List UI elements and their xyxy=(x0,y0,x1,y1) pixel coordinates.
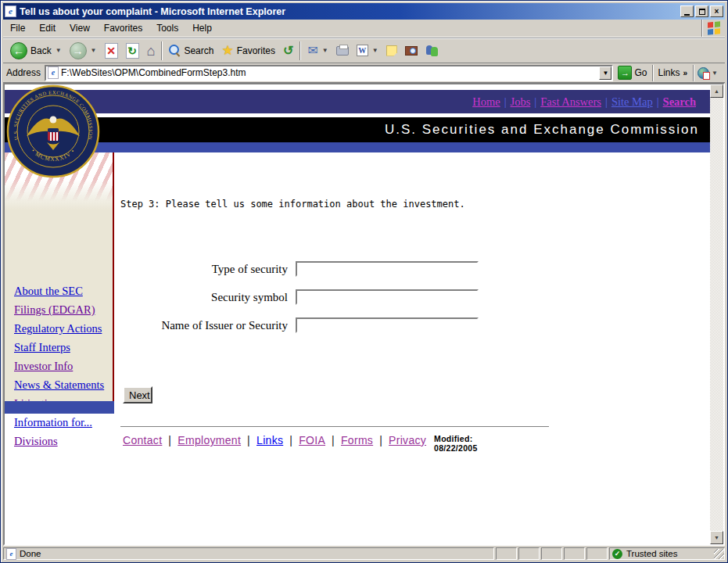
status-pane xyxy=(586,547,608,560)
back-icon: ← xyxy=(10,42,27,59)
vertical-scrollbar[interactable]: ▲ ▼ xyxy=(710,84,723,544)
menu-bar: File Edit View Favorites Tools Help xyxy=(3,20,725,38)
notes-button[interactable] xyxy=(382,44,401,58)
maximize-button[interactable] xyxy=(695,5,708,17)
next-button[interactable]: Next xyxy=(123,386,152,403)
links-toolbar[interactable]: Links » xyxy=(652,65,694,81)
mail-dropdown-icon[interactable]: ▼ xyxy=(322,47,328,54)
history-icon: ↺ xyxy=(283,45,293,57)
scroll-up-icon[interactable]: ▲ xyxy=(710,84,723,98)
browser-window: e Tell us about your complaint - Microso… xyxy=(0,0,728,563)
footer-link-privacy[interactable]: Privacy xyxy=(389,434,426,446)
resize-grip[interactable] xyxy=(714,549,724,559)
close-button[interactable]: × xyxy=(710,5,723,17)
addon-button[interactable]: ▼ xyxy=(693,65,722,81)
go-button[interactable]: → Go xyxy=(613,66,651,80)
footer-separator: | xyxy=(379,434,382,446)
sidebar-item-information-for[interactable]: Information for... xyxy=(14,417,104,429)
nav-link-fast-answers[interactable]: Fast Answers xyxy=(540,95,601,109)
status-pane xyxy=(564,547,585,560)
toolbar-separator xyxy=(299,41,301,60)
refresh-icon: ↻ xyxy=(126,43,139,59)
menu-view[interactable]: View xyxy=(63,20,97,36)
minimize-button[interactable] xyxy=(680,5,694,17)
messenger-button[interactable] xyxy=(421,44,443,58)
search-icon xyxy=(169,45,181,56)
research-button[interactable] xyxy=(401,45,421,57)
status-pane xyxy=(518,547,540,560)
refresh-button[interactable]: ↻ xyxy=(122,41,143,60)
menu-favorites[interactable]: Favorites xyxy=(97,20,149,36)
toolbar-separator xyxy=(161,41,163,60)
sidebar-item-investor-info[interactable]: Investor Info xyxy=(14,360,104,372)
footer-separator: | xyxy=(168,434,171,446)
history-button[interactable]: ↺ xyxy=(279,43,297,59)
sidebar-item-about[interactable]: About the SEC xyxy=(14,285,104,297)
site-banner: U.S. Securities and Exchange Commission xyxy=(5,117,710,142)
menu-edit[interactable]: Edit xyxy=(32,20,63,36)
nav-link-search[interactable]: Search xyxy=(663,95,696,109)
site-title: U.S. Securities and Exchange Commission xyxy=(385,122,699,138)
sidebar-item-news-statements[interactable]: News & Statements xyxy=(14,379,104,391)
sidebar-item-filings[interactable]: Filings (EDGAR) xyxy=(14,304,104,316)
status-pane xyxy=(496,547,517,560)
trusted-check-icon: ✓ xyxy=(612,549,622,559)
search-button[interactable]: Search xyxy=(165,43,217,58)
print-button[interactable] xyxy=(332,45,353,57)
sidebar-item-regulatory-actions[interactable]: Regulatory Actions xyxy=(14,323,104,335)
forward-dropdown-icon[interactable]: ▼ xyxy=(91,47,97,54)
favorites-button[interactable]: ★ Favorites xyxy=(217,42,279,59)
address-bar: Address e ▼ → Go Links » ▼ xyxy=(3,63,725,83)
status-message-pane: e Done xyxy=(3,547,494,560)
back-button[interactable]: ← Back ▼ xyxy=(6,41,66,61)
footer-link-foia[interactable]: FOIA xyxy=(299,434,325,446)
scrollbar-track[interactable] xyxy=(710,98,723,531)
security-symbol-input[interactable] xyxy=(296,289,479,305)
footer-separator: | xyxy=(289,434,292,446)
nav-link-site-map[interactable]: Site Map xyxy=(611,95,653,109)
footer-link-links[interactable]: Links xyxy=(256,434,283,446)
stop-button[interactable]: ✕ xyxy=(101,41,122,60)
research-book-icon xyxy=(405,46,418,56)
sidebar-item-staff-interps[interactable]: Staff Interps xyxy=(14,342,104,353)
status-pane xyxy=(541,547,562,560)
globe-icon xyxy=(698,67,709,79)
back-dropdown-icon[interactable]: ▼ xyxy=(56,47,62,54)
favorites-star-icon: ★ xyxy=(221,44,233,57)
ie-logo-icon: e xyxy=(5,5,16,17)
standard-toolbar: ← Back ▼ → ▼ ✕ ↻ ⌂ Search ★ Favorites ↺ xyxy=(3,38,725,63)
note-icon xyxy=(386,45,397,56)
sec-seal-logo: U.S. SECURITIES AND EXCHANGE COMMISSION … xyxy=(6,84,100,178)
menu-tools[interactable]: Tools xyxy=(149,20,185,36)
type-of-security-input[interactable] xyxy=(296,261,479,277)
menu-help[interactable]: Help xyxy=(185,20,219,36)
sidebar-item-divisions[interactable]: Divisions xyxy=(14,436,104,447)
nav-link-home[interactable]: Home xyxy=(472,95,500,109)
footer-link-forms[interactable]: Forms xyxy=(341,434,373,446)
form-row: Type of security xyxy=(114,261,479,277)
menu-file[interactable]: File xyxy=(3,20,32,36)
issuer-name-input[interactable] xyxy=(296,317,479,333)
addon-dropdown-icon[interactable]: ▼ xyxy=(712,70,718,77)
windows-logo-icon xyxy=(701,20,725,37)
edit-with-word-button[interactable]: W ▼ xyxy=(353,43,382,58)
nav-link-jobs[interactable]: Jobs xyxy=(511,95,531,109)
scroll-down-icon[interactable]: ▼ xyxy=(710,531,723,544)
footer-link-employment[interactable]: Employment xyxy=(178,434,241,446)
chevron-icon[interactable]: » xyxy=(683,69,688,77)
address-input[interactable] xyxy=(61,66,599,79)
home-button[interactable]: ⌂ xyxy=(143,42,160,59)
home-icon: ⌂ xyxy=(147,44,156,58)
forward-button[interactable]: → ▼ xyxy=(66,41,101,61)
mail-button[interactable]: ✉ ▼ xyxy=(303,43,332,59)
form-row: Security symbol xyxy=(114,289,479,305)
edit-dropdown-icon[interactable]: ▼ xyxy=(372,47,378,54)
title-bar[interactable]: e Tell us about your complaint - Microso… xyxy=(3,3,725,20)
page-icon: e xyxy=(6,548,16,560)
main-content: Step 3: Please tell us some information … xyxy=(114,152,710,544)
go-arrow-icon: → xyxy=(618,66,632,80)
footer-link-contact[interactable]: Contact xyxy=(123,434,162,446)
window-title: Tell us about your complaint - Microsoft… xyxy=(20,6,679,17)
address-field[interactable]: e ▼ xyxy=(45,65,613,81)
address-dropdown-icon[interactable]: ▼ xyxy=(599,66,611,80)
